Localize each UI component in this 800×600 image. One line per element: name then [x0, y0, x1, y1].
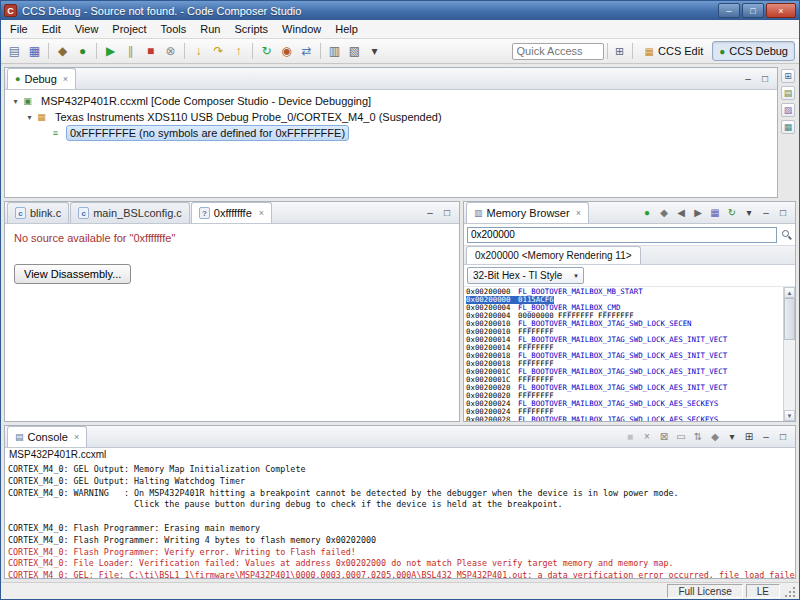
close-tab-icon[interactable]: × [259, 208, 264, 218]
scroll-up-icon[interactable]: ▲ [784, 287, 795, 298]
refresh-icon[interactable]: ⇄ [297, 42, 316, 61]
console-tab[interactable]: ▤ Console × [7, 426, 87, 447]
back-icon[interactable]: ◀ [674, 205, 688, 219]
perspective-ccs-debug[interactable]: ●CCS Debug [712, 41, 795, 61]
memory-rendering-tab[interactable]: 0x200000 <Memory Rendering 11> [466, 246, 641, 264]
restart-icon[interactable]: ↻ [257, 42, 276, 61]
view-menu-icon[interactable]: ▾ [742, 205, 756, 219]
minimize-view-icon[interactable]: – [759, 205, 773, 219]
open-console-icon[interactable]: ⊞ [742, 429, 756, 443]
memory-address-input[interactable] [467, 227, 777, 243]
disconnect-icon[interactable]: ⊗ [161, 42, 180, 61]
scroll-down-icon[interactable]: ▼ [784, 410, 795, 421]
variables-view-icon[interactable]: ▤ [781, 86, 795, 100]
step-over-icon[interactable]: ↷ [209, 42, 228, 61]
debug-icon[interactable]: ● [73, 42, 92, 61]
step-return-icon[interactable]: ↑ [229, 42, 248, 61]
restore-panes-icon[interactable]: ⊞ [781, 69, 795, 83]
memory-row[interactable]: 0x00200010FL_BOOTOVER_MAILBOX_JTAG_SWD_L… [466, 320, 783, 328]
resume-icon[interactable]: ▶ [101, 42, 120, 61]
format-dropdown[interactable]: 32-Bit Hex - TI Style ▾ [467, 267, 584, 284]
registers-view-icon[interactable]: ▧ [345, 42, 364, 61]
app-icon[interactable]: C [4, 4, 17, 17]
title-bar[interactable]: C CCS Debug - Source not found. - Code C… [1, 1, 799, 20]
display-selected-console-icon[interactable]: ▾ [725, 429, 739, 443]
close-button[interactable]: × [766, 3, 796, 18]
menu-item-help[interactable]: Help [328, 21, 365, 37]
toolbar-overflow-icon[interactable]: ▾ [365, 42, 384, 61]
view-disassembly-button[interactable]: View Disassembly... [14, 264, 131, 284]
resize-grip[interactable] [783, 585, 796, 598]
tree-expander-icon[interactable]: ▾ [24, 113, 35, 122]
registers-view-icon[interactable]: ▦ [781, 120, 795, 134]
snapshot-icon[interactable]: ◆ [657, 205, 671, 219]
editor-tab-0xfffffffe[interactable]: ?0xfffffffe× [191, 202, 272, 223]
minimize-view-icon[interactable]: – [423, 205, 437, 219]
menu-item-view[interactable]: View [68, 21, 106, 37]
quick-access-input[interactable] [512, 43, 604, 60]
debug-view-tab[interactable]: ● Debug × [7, 68, 76, 89]
terminate-icon[interactable]: ■ [623, 429, 637, 443]
search-icon[interactable] [781, 229, 792, 240]
memory-row[interactable]: 0x00200020FL_BOOTOVER_MAILBOX_JTAG_SWD_L… [466, 384, 783, 392]
terminate-icon[interactable]: ■ [141, 42, 160, 61]
memory-row[interactable]: 0x00200000FL_BOOTOVER_MAILBOX_MB_START [466, 288, 783, 296]
menu-item-project[interactable]: Project [105, 21, 153, 37]
menu-item-run[interactable]: Run [193, 21, 227, 37]
memory-row[interactable]: 0x00200014FL_BOOTOVER_MAILBOX_JTAG_SWD_L… [466, 336, 783, 344]
menu-item-file[interactable]: File [3, 21, 35, 37]
memory-row[interactable]: 0x00200018FL_BOOTOVER_MAILBOX_JTAG_SWD_L… [466, 352, 783, 360]
memory-scrollbar[interactable]: ▲ ▼ [783, 287, 795, 421]
close-view-icon[interactable]: × [74, 432, 79, 442]
memory-row[interactable]: 0x0020001CFL_BOOTOVER_MAILBOX_JTAG_SWD_L… [466, 368, 783, 376]
minimize-view-icon[interactable]: – [741, 71, 755, 85]
maximize-view-icon[interactable]: □ [758, 71, 772, 85]
memory-row[interactable]: 0x00200028FL_BOOTOVER_MAILBOX_JTAG_SWD_L… [466, 416, 783, 421]
pin-console-icon[interactable]: ◆ [708, 429, 722, 443]
debug-tree-item[interactable]: ▾▦Texas Instruments XDS110 USB Debug Pro… [7, 109, 775, 125]
memory-view-icon[interactable]: ▥ [325, 42, 344, 61]
new-icon[interactable]: ▤ [5, 42, 24, 61]
save-icon[interactable]: ▦ [25, 42, 44, 61]
menu-item-edit[interactable]: Edit [35, 21, 68, 37]
license-status: Full License [667, 584, 742, 598]
auto-refresh-icon[interactable]: ● [640, 205, 654, 219]
minimize-button[interactable]: – [718, 3, 740, 18]
clear-console-icon[interactable]: ▭ [674, 429, 688, 443]
perspective-ccs-edit[interactable]: ▦CCS Edit [638, 41, 711, 61]
memory-browser-tab[interactable]: ▥ Memory Browser × [466, 202, 589, 223]
maximize-view-icon[interactable]: □ [776, 205, 790, 219]
forward-icon[interactable]: ▶ [691, 205, 705, 219]
debug-tree-item[interactable]: ▾▣MSP432P401R.ccxml [Code Composer Studi… [7, 93, 775, 109]
step-into-icon[interactable]: ↓ [189, 42, 208, 61]
debug-tree-item[interactable]: ≡0xFFFFFFFE (no symbols are defined for … [7, 125, 775, 141]
tree-expander-icon[interactable]: ▾ [10, 97, 21, 106]
expressions-view-icon[interactable]: ▨ [781, 103, 795, 117]
maximize-view-icon[interactable]: □ [440, 205, 454, 219]
editor-tab-blink-c[interactable]: cblink.c [7, 202, 69, 223]
menu-item-window[interactable]: Window [275, 21, 328, 37]
maximize-button[interactable]: □ [742, 3, 764, 18]
remove-launch-icon[interactable]: × [640, 429, 654, 443]
save-memory-icon[interactable]: ▦ [708, 205, 722, 219]
cpu-reset-icon[interactable]: ◉ [277, 42, 296, 61]
close-view-icon[interactable]: × [63, 74, 68, 84]
scrollbar-thumb[interactable] [784, 298, 795, 340]
minimize-view-icon[interactable]: – [759, 429, 773, 443]
scroll-lock-icon[interactable]: ⇅ [691, 429, 705, 443]
ccs-edit-perspective-icon: ▦ [645, 46, 654, 57]
refresh-icon[interactable]: ↻ [725, 205, 739, 219]
memory-row[interactable]: 0x00200024FL_BOOTOVER_MAILBOX_JTAG_SWD_L… [466, 400, 783, 408]
menu-item-scripts[interactable]: Scripts [227, 21, 275, 37]
open-perspective-icon[interactable]: ⊞ [611, 42, 629, 60]
close-view-icon[interactable]: × [576, 208, 581, 218]
build-icon[interactable]: ◆ [53, 42, 72, 61]
scrollbar-track[interactable] [784, 298, 795, 410]
remove-all-launches-icon[interactable]: ⊠ [657, 429, 671, 443]
memory-row[interactable]: 0x002000000115ACF6 [466, 296, 783, 304]
memory-format-row: 32-Bit Hex - TI Style ▾ [464, 265, 795, 286]
editor-tab-main-bslconfig-c[interactable]: cmain_BSLconfig.c [70, 202, 190, 223]
suspend-icon[interactable]: ∥ [121, 42, 140, 61]
maximize-view-icon[interactable]: □ [776, 429, 790, 443]
menu-item-tools[interactable]: Tools [154, 21, 194, 37]
